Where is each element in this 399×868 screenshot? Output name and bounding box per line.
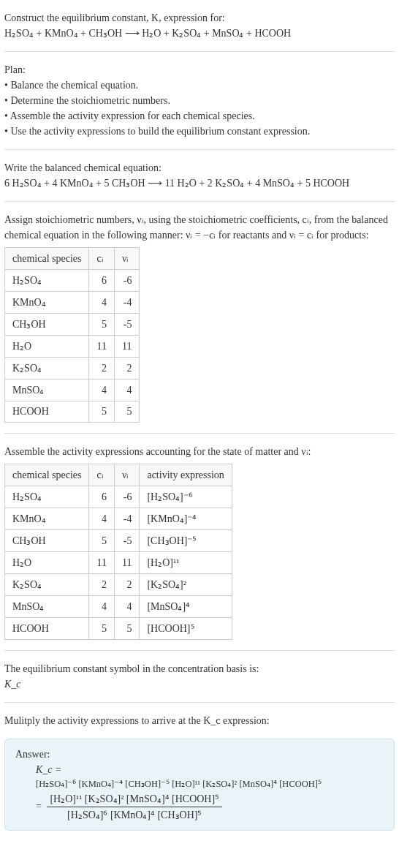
cell-vi: -4 (114, 508, 139, 530)
cell-expr: [K₂SO₄]² (140, 574, 232, 596)
cell-ci: 2 (89, 358, 114, 380)
divider (4, 650, 395, 651)
cell-ci: 5 (89, 401, 114, 423)
cell-ci: 5 (89, 530, 114, 552)
cell-ci: 5 (89, 314, 114, 336)
col-vi: νᵢ (114, 248, 139, 270)
table-row: HCOOH55 (5, 401, 140, 423)
intro-prompt: Construct the equilibrium constant, K, e… (4, 10, 395, 26)
cell-ci: 6 (89, 270, 114, 292)
intro-prompt-text: Construct the equilibrium constant, K, e… (4, 12, 225, 23)
cell-expr: [CH₃OH]⁻⁵ (140, 530, 232, 552)
balanced-section: Write the balanced chemical equation: 6 … (4, 154, 395, 197)
plan-bullet: • Use the activity expressions to build … (4, 124, 395, 139)
intro-equation: H₂SO₄ + KMnO₄ + CH₃OH ⟶ H₂O + K₂SO₄ + Mn… (4, 26, 395, 41)
cell-species: H₂SO₄ (5, 486, 89, 508)
cell-species: H₂O (5, 552, 89, 574)
table-row: KMnO₄4-4 (5, 292, 140, 314)
table-row: MnSO₄44 (5, 380, 140, 401)
cell-species: MnSO₄ (5, 380, 89, 401)
cell-vi: 2 (114, 574, 139, 596)
cell-vi: 4 (114, 380, 139, 401)
cell-vi: -5 (114, 314, 139, 336)
stoich-text: Assign stoichiometric numbers, νᵢ, using… (4, 212, 395, 243)
cell-species: HCOOH (5, 401, 89, 423)
cell-species: K₂SO₄ (5, 574, 89, 596)
table-row: H₂SO₄6-6[H₂SO₄]⁻⁶ (5, 486, 232, 508)
col-species: chemical species (5, 248, 89, 270)
table-header-row: chemical species cᵢ νᵢ activity expressi… (5, 464, 232, 486)
cell-species: K₂SO₄ (5, 358, 89, 380)
divider (4, 51, 395, 52)
cell-expr: [H₂O]¹¹ (140, 552, 232, 574)
fraction-denominator: [H₂SO₄]⁶ [KMnO₄]⁴ [CH₃OH]⁵ (47, 807, 222, 823)
balanced-equation: 6 H₂SO₄ + 4 KMnO₄ + 5 CH₃OH ⟶ 11 H₂O + 2… (4, 176, 395, 191)
answer-kc-equals: K_c = (36, 762, 384, 777)
cell-vi: -6 (114, 270, 139, 292)
cell-species: CH₃OH (5, 314, 89, 336)
col-species: chemical species (5, 464, 89, 486)
balanced-heading: Write the balanced chemical equation: (4, 160, 395, 176)
cell-species: H₂O (5, 336, 89, 358)
cell-species: KMnO₄ (5, 292, 89, 314)
cell-species: H₂SO₄ (5, 270, 89, 292)
multiply-text: Mulitply the activity expressions to arr… (4, 713, 395, 728)
table-row: H₂SO₄6-6 (5, 270, 140, 292)
cell-ci: 6 (89, 486, 114, 508)
cell-expr: [H₂SO₄]⁻⁶ (140, 486, 232, 508)
plan-section: Plan: • Balance the chemical equation. •… (4, 56, 395, 145)
plan-bullet: • Balance the chemical equation. (4, 78, 395, 93)
cell-vi: 11 (114, 552, 139, 574)
activity-section: Assemble the activity expressions accoun… (4, 438, 395, 646)
cell-vi: -6 (114, 486, 139, 508)
plan-bullet: • Assemble the activity expression for e… (4, 108, 395, 124)
answer-expanded: [H₂SO₄]⁻⁶ [KMnO₄]⁻⁴ [CH₃OH]⁻⁵ [H₂O]¹¹ [K… (36, 777, 384, 791)
cell-expr: [MnSO₄]⁴ (140, 596, 232, 618)
cell-ci: 11 (89, 552, 114, 574)
table-header-row: chemical species cᵢ νᵢ (5, 248, 140, 270)
cell-vi: 11 (114, 336, 139, 358)
cell-species: MnSO₄ (5, 596, 89, 618)
cell-ci: 5 (89, 618, 114, 640)
table-row: MnSO₄44[MnSO₄]⁴ (5, 596, 232, 618)
table-row: H₂O1111[H₂O]¹¹ (5, 552, 232, 574)
plan-bullet: • Determine the stoichiometric numbers. (4, 93, 395, 108)
cell-vi: 4 (114, 596, 139, 618)
stoich-table: chemical species cᵢ νᵢ H₂SO₄6-6 KMnO₄4-4… (4, 247, 140, 423)
equals-sign: = (36, 800, 42, 811)
cell-vi: 2 (114, 358, 139, 380)
table-row: K₂SO₄22 (5, 358, 140, 380)
cell-expr: [HCOOH]⁵ (140, 618, 232, 640)
table-row: CH₃OH5-5 (5, 314, 140, 336)
table-row: KMnO₄4-4[KMnO₄]⁻⁴ (5, 508, 232, 530)
col-ci: cᵢ (89, 464, 114, 486)
intro-section: Construct the equilibrium constant, K, e… (4, 4, 395, 47)
multiply-section: Mulitply the activity expressions to arr… (4, 707, 395, 734)
fraction-numerator: [H₂O]¹¹ [K₂SO₄]² [MnSO₄]⁴ [HCOOH]⁵ (47, 791, 222, 807)
symbol-line2: K_c (4, 676, 395, 692)
answer-label: Answer: (15, 747, 384, 762)
divider (4, 702, 395, 703)
table-row: CH₃OH5-5[CH₃OH]⁻⁵ (5, 530, 232, 552)
activity-table: chemical species cᵢ νᵢ activity expressi… (4, 464, 232, 640)
cell-vi: -4 (114, 292, 139, 314)
cell-vi: 5 (114, 401, 139, 423)
symbol-line1: The equilibrium constant symbol in the c… (4, 661, 395, 676)
table-row: H₂O1111 (5, 336, 140, 358)
divider (4, 149, 395, 150)
table-row: HCOOH55[HCOOH]⁵ (5, 618, 232, 640)
stoich-section: Assign stoichiometric numbers, νᵢ, using… (4, 206, 395, 429)
cell-vi: 5 (114, 618, 139, 640)
answer-fraction: [H₂O]¹¹ [K₂SO₄]² [MnSO₄]⁴ [HCOOH]⁵ [H₂SO… (47, 791, 222, 823)
table-row: K₂SO₄22[K₂SO₄]² (5, 574, 232, 596)
col-ci: cᵢ (89, 248, 114, 270)
col-expr: activity expression (140, 464, 232, 486)
divider (4, 433, 395, 434)
cell-ci: 11 (89, 336, 114, 358)
cell-species: KMnO₄ (5, 508, 89, 530)
symbol-section: The equilibrium constant symbol in the c… (4, 655, 395, 698)
cell-ci: 4 (89, 596, 114, 618)
cell-species: HCOOH (5, 618, 89, 640)
cell-ci: 4 (89, 292, 114, 314)
cell-ci: 2 (89, 574, 114, 596)
